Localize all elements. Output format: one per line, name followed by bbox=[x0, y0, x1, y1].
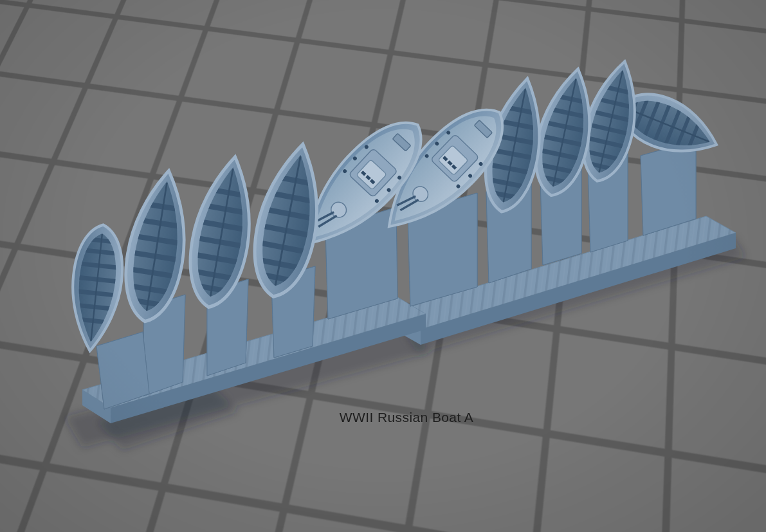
boat-model-1[interactable] bbox=[66, 223, 127, 354]
model-scene bbox=[0, 0, 766, 532]
model-label: WWII Russian Boat A bbox=[340, 410, 473, 425]
boat-model-3[interactable] bbox=[181, 152, 262, 312]
slicer-3d-viewport[interactable]: WWII Russian Boat A bbox=[0, 0, 766, 532]
